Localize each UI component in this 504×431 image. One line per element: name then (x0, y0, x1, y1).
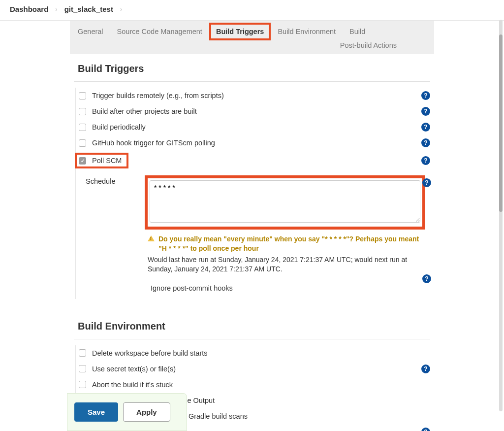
row-trigger-remote: Trigger builds remotely (e.g., from scri… (77, 88, 430, 103)
row-secret: Use secret text(s) or file(s) ? (77, 361, 430, 377)
help-icon[interactable]: ? (421, 138, 430, 147)
label-poll-scm: Poll SCM (92, 157, 122, 165)
row-github-hook: GitHub hook trigger for GITScm polling ? (77, 135, 430, 151)
label-build-after: Build after other projects are built (92, 107, 197, 115)
help-icon[interactable]: ? (421, 365, 430, 373)
tab-build-triggers[interactable]: Build Triggers (209, 23, 271, 40)
label-trigger-remote: Trigger builds remotely (e.g., from scri… (92, 92, 224, 99)
schedule-warning: Do you really mean "every minute" when y… (145, 230, 430, 253)
help-icon[interactable]: ? (422, 274, 431, 283)
schedule-block: Schedule ? Do you really mean "every min… (77, 170, 430, 299)
schedule-note: Would last have run at Sunday, January 2… (145, 253, 430, 274)
tab-build[interactable]: Build (349, 28, 365, 35)
row-poll-scm: Poll SCM ? (77, 151, 430, 170)
checkbox-build-periodically[interactable] (79, 124, 86, 131)
label-secret: Use secret text(s) or file(s) (92, 365, 176, 373)
checkbox-trigger-remote[interactable] (79, 92, 86, 99)
warning-icon (148, 235, 155, 241)
row-build-periodically: Build periodically ? (77, 119, 430, 135)
section-title-build-triggers: Build Triggers (74, 54, 430, 82)
scrollbar[interactable] (499, 20, 503, 411)
schedule-input[interactable] (150, 180, 420, 223)
schedule-label: Schedule (86, 175, 145, 299)
help-icon[interactable]: ? (422, 178, 431, 187)
section-title-build-env: Build Environment (74, 312, 430, 339)
checkbox-secret[interactable] (79, 365, 86, 372)
schedule-warning-text: Do you really mean "every minute" when y… (158, 234, 425, 253)
checkbox-poll-scm[interactable] (79, 157, 86, 165)
tab-general[interactable]: General (78, 28, 103, 35)
breadcrumb: Dashboard › git_slack_test › (0, 0, 504, 21)
chevron-right-icon: › (120, 5, 122, 13)
row-delete-ws: Delete workspace before build starts (77, 345, 430, 361)
tab-bar: General Source Code Management Build Tri… (70, 21, 434, 54)
row-build-after: Build after other projects are built ? (77, 103, 430, 119)
label-ignore-hooks: Ignore post-commit hooks (151, 284, 233, 292)
checkbox-github-hook[interactable] (79, 139, 86, 147)
help-icon[interactable]: ? (421, 123, 430, 132)
save-button[interactable]: Save (74, 402, 118, 422)
poll-scm-highlight: Poll SCM (75, 153, 128, 168)
tab-build-env[interactable]: Build Environment (278, 28, 336, 35)
checkbox-delete-ws[interactable] (79, 349, 86, 357)
build-triggers-body: Trigger builds remotely (e.g., from scri… (75, 88, 430, 299)
label-delete-ws: Delete workspace before build starts (92, 349, 208, 357)
apply-button[interactable]: Apply (123, 402, 170, 422)
chevron-right-icon: › (55, 5, 57, 13)
label-build-periodically: Build periodically (92, 123, 146, 131)
row-ignore-hooks: Ignore post-commit hooks ? (145, 274, 430, 299)
breadcrumb-dashboard[interactable]: Dashboard (10, 5, 48, 13)
help-icon[interactable]: ? (421, 91, 430, 100)
config-panel: General Source Code Management Build Tri… (70, 21, 434, 431)
checkbox-abort-stuck[interactable] (79, 381, 86, 388)
schedule-highlight (145, 175, 425, 230)
tab-scm[interactable]: Source Code Management (117, 28, 202, 35)
label-abort-stuck: Abort the build if it's stuck (92, 381, 173, 389)
help-icon[interactable]: ? (421, 156, 430, 165)
help-icon[interactable]: ? (421, 107, 430, 116)
breadcrumb-job[interactable]: git_slack_test (64, 5, 113, 13)
row-abort-stuck: Abort the build if it's stuck (77, 377, 430, 393)
button-bar: Save Apply (67, 393, 187, 431)
scroll-thumb[interactable] (499, 34, 503, 212)
checkbox-build-after[interactable] (79, 108, 86, 115)
label-github-hook: GitHub hook trigger for GITScm polling (92, 139, 215, 147)
tab-post-build[interactable]: Post-build Actions (340, 41, 397, 49)
help-icon[interactable]: ? (421, 428, 430, 431)
